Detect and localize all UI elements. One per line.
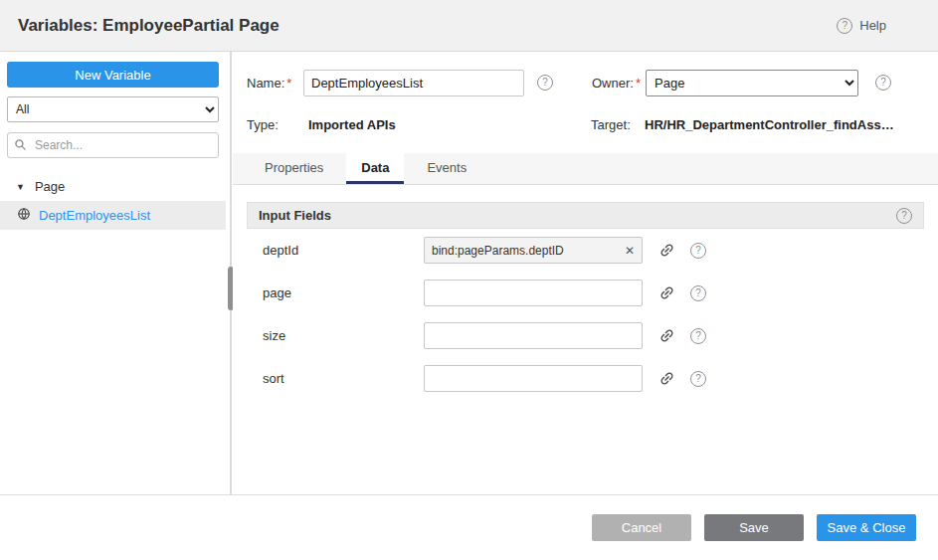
field-label: sort — [263, 371, 424, 386]
input-fields-header: Input Fields ? — [247, 202, 924, 229]
field-help-icon[interactable]: ? — [690, 371, 706, 387]
tree-group-label: Page — [35, 179, 65, 194]
tree-group-page[interactable]: ▼ Page — [0, 172, 226, 201]
field-row-deptid: deptId bind:pageParams.deptID ✕ ? — [247, 229, 924, 272]
bind-link-icon[interactable] — [657, 327, 675, 345]
owner-help-icon[interactable]: ? — [875, 75, 891, 91]
bind-link-icon[interactable] — [657, 242, 675, 260]
search-input[interactable] — [7, 132, 219, 158]
target-value: HR/HR_DepartmentController_findAss… — [645, 117, 894, 132]
help-icon[interactable]: ? — [837, 18, 852, 34]
field-label: page — [263, 285, 424, 300]
variable-search — [7, 132, 219, 158]
field-label: deptId — [263, 243, 424, 258]
clear-bind-icon[interactable]: ✕ — [623, 244, 637, 258]
owner-select[interactable]: Page — [646, 70, 858, 96]
cancel-button[interactable]: Cancel — [592, 514, 691, 541]
bind-expression: bind:pageParams.deptID — [432, 244, 623, 258]
search-icon — [14, 138, 27, 154]
field-row-sort: sort ? — [247, 357, 924, 400]
new-variable-button[interactable]: New Variable — [7, 62, 219, 88]
variable-filter-select[interactable]: All — [7, 96, 219, 122]
name-input[interactable] — [303, 70, 524, 96]
required-asterisk: * — [286, 76, 291, 91]
page-input[interactable] — [424, 280, 643, 306]
name-help-icon[interactable]: ? — [537, 75, 553, 91]
input-fields-help-icon[interactable]: ? — [896, 208, 912, 224]
collapse-caret-icon[interactable]: ▼ — [16, 182, 25, 192]
page-title: Variables: EmployeePartial Page — [18, 16, 280, 36]
dialog-header: Variables: EmployeePartial Page ? Help — [0, 0, 938, 52]
field-row-size: size ? — [247, 314, 924, 357]
service-variable-icon — [17, 207, 31, 224]
dialog-footer: Cancel Save Save & Close — [0, 494, 938, 560]
help-link[interactable]: ? Help — [837, 18, 886, 34]
name-label: Name:* — [247, 76, 303, 91]
variables-dialog: Variables: EmployeePartial Page ? Help N… — [0, 0, 938, 560]
sort-input[interactable] — [424, 365, 643, 392]
type-label: Type: — [247, 117, 308, 132]
save-and-close-button[interactable]: Save & Close — [817, 514, 916, 541]
field-help-icon[interactable]: ? — [690, 285, 706, 301]
deptid-bind-input[interactable]: bind:pageParams.deptID ✕ — [424, 237, 643, 264]
variable-detail-panel: Name:* ? Owner:* Page ? Type: Imported A… — [233, 52, 938, 494]
type-value: Imported APIs — [308, 117, 591, 132]
bind-link-icon[interactable] — [657, 370, 675, 388]
form-row-type-target: Type: Imported APIs Target: HR/HR_Depart… — [247, 111, 924, 137]
tab-data[interactable]: Data — [346, 153, 404, 184]
input-fields-title: Input Fields — [259, 208, 331, 223]
field-help-icon[interactable]: ? — [690, 328, 706, 344]
tab-properties[interactable]: Properties — [250, 153, 338, 184]
input-fields-section: Input Fields ? deptId bind:pageParams.de… — [247, 202, 924, 400]
size-input[interactable] — [424, 322, 643, 349]
variable-list-item-selected[interactable]: DeptEmployeesList — [0, 201, 226, 230]
variables-sidebar: New Variable All ▼ Page — [0, 52, 226, 494]
variable-form: Name:* ? Owner:* Page ? Type: Imported A… — [233, 52, 938, 137]
field-help-icon[interactable]: ? — [690, 243, 706, 259]
required-asterisk: * — [636, 76, 641, 91]
save-button[interactable]: Save — [704, 514, 804, 541]
target-label: Target: — [591, 117, 645, 132]
detail-tabs: Properties Data Events — [233, 153, 938, 185]
tab-events[interactable]: Events — [412, 153, 481, 184]
bind-link-icon[interactable] — [657, 284, 675, 302]
owner-label: Owner:* — [592, 76, 646, 91]
field-row-page: page ? — [247, 272, 924, 314]
variable-item-label: DeptEmployeesList — [39, 208, 150, 223]
help-label[interactable]: Help — [859, 18, 886, 33]
form-row-name-owner: Name:* ? Owner:* Page ? — [247, 68, 924, 97]
field-label: size — [263, 328, 424, 343]
